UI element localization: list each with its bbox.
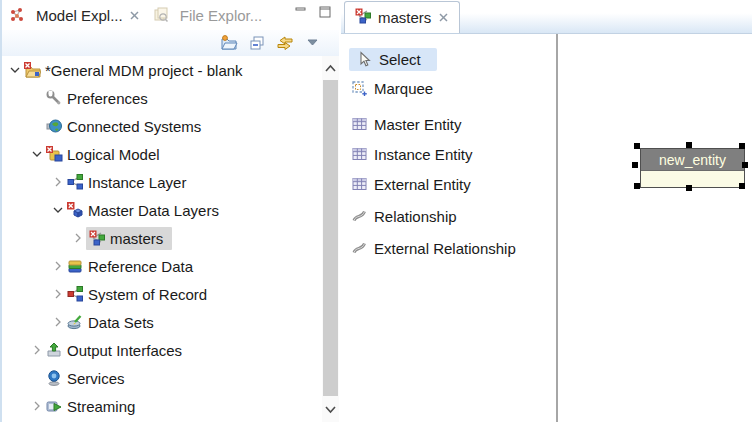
maximize-icon[interactable] bbox=[319, 4, 331, 22]
palette-item-label: Relationship bbox=[374, 208, 457, 225]
chevron-right-icon[interactable] bbox=[49, 174, 66, 190]
selection-handle-bottom-middle[interactable] bbox=[686, 185, 692, 191]
editor-tab-bar: masters bbox=[341, 0, 752, 34]
focus-folder-icon[interactable] bbox=[219, 34, 239, 52]
tab-file-explorer-label: File Explor... bbox=[180, 7, 263, 24]
tree-item-project[interactable]: *General MDM project - blank bbox=[2, 56, 322, 84]
tree-item-streaming[interactable]: Streaming bbox=[2, 392, 322, 420]
select-cursor-icon bbox=[354, 51, 374, 68]
wrench-icon bbox=[45, 90, 63, 106]
scroll-down-icon[interactable] bbox=[322, 401, 339, 418]
output-interfaces-icon bbox=[45, 342, 63, 358]
palette-item-label: Master Entity bbox=[374, 116, 462, 133]
palette-item-instance-entity[interactable]: Instance Entity bbox=[341, 141, 472, 167]
tab-model-explorer[interactable]: Model Expl... bbox=[2, 0, 146, 30]
globe-icon bbox=[45, 118, 63, 134]
palette-item-external-relationship[interactable]: External Relationship bbox=[341, 235, 516, 261]
tree-item-label: Services bbox=[67, 370, 125, 387]
network-icon bbox=[66, 174, 84, 190]
chevron-right-icon[interactable] bbox=[28, 398, 45, 414]
relationship-icon bbox=[349, 240, 369, 257]
tree-item-label: Data Sets bbox=[88, 314, 154, 331]
view-toolbar bbox=[2, 30, 339, 56]
palette-item-select[interactable]: Select bbox=[341, 46, 437, 72]
scroll-up-icon[interactable] bbox=[322, 60, 339, 77]
palette-item-label: Instance Entity bbox=[374, 146, 472, 163]
tree-scrollbar[interactable] bbox=[322, 56, 339, 422]
masters-network-icon bbox=[88, 230, 106, 246]
tree-item-label: Preferences bbox=[67, 90, 148, 107]
palette-item-label: Select bbox=[379, 51, 421, 68]
selection-handle-top-left[interactable] bbox=[634, 143, 640, 149]
editor-content: Select Marquee Master Entity Instan bbox=[341, 34, 752, 422]
tree-item-instance-layer[interactable]: Instance Layer bbox=[2, 168, 322, 196]
selection-handle-middle-right[interactable] bbox=[742, 162, 748, 168]
model-explorer-panel: Model Expl... File Explor... bbox=[0, 0, 339, 422]
selection-handle-top-right[interactable] bbox=[739, 143, 745, 149]
data-sets-icon bbox=[66, 314, 84, 330]
chevron-down-icon[interactable] bbox=[28, 146, 45, 162]
logical-model-icon bbox=[45, 146, 63, 162]
palette-item-label: Marquee bbox=[374, 80, 433, 97]
selected-tree-item-highlight: masters bbox=[86, 227, 172, 250]
editor-tab-label: masters bbox=[378, 9, 431, 26]
chevron-right-icon[interactable] bbox=[69, 230, 86, 246]
chevron-right-icon[interactable] bbox=[49, 314, 66, 330]
chevron-right-icon[interactable] bbox=[28, 342, 45, 358]
view-menu-icon[interactable] bbox=[303, 34, 323, 52]
chevron-right-icon[interactable] bbox=[49, 258, 66, 274]
tree-item-output-interfaces[interactable]: Output Interfaces bbox=[2, 336, 322, 364]
master-layers-icon bbox=[66, 202, 84, 218]
selection-handle-bottom-right[interactable] bbox=[739, 183, 745, 189]
network-icon bbox=[66, 286, 84, 302]
palette-item-external-entity[interactable]: External Entity bbox=[341, 171, 471, 197]
tree-item-label: Logical Model bbox=[67, 146, 160, 163]
selection-handle-bottom-left[interactable] bbox=[634, 183, 640, 189]
view-window-buttons bbox=[295, 4, 331, 22]
entity-node-body[interactable] bbox=[641, 170, 744, 187]
tree-item-label: Reference Data bbox=[88, 258, 193, 275]
tree-item-connected-systems[interactable]: Connected Systems bbox=[2, 112, 322, 140]
tree-item-data-sets[interactable]: Data Sets bbox=[2, 308, 322, 336]
chevron-down-icon[interactable] bbox=[6, 62, 23, 78]
link-with-editor-icon[interactable] bbox=[275, 34, 295, 52]
tree-item-system-of-record[interactable]: System of Record bbox=[2, 280, 322, 308]
tree-item-label: *General MDM project - blank bbox=[45, 62, 243, 79]
collapse-all-icon[interactable] bbox=[247, 34, 267, 52]
tab-masters-editor[interactable]: masters bbox=[344, 1, 460, 33]
streaming-icon bbox=[45, 398, 63, 414]
close-icon[interactable] bbox=[438, 9, 449, 26]
close-icon[interactable] bbox=[129, 7, 140, 24]
model-explorer-icon bbox=[8, 7, 26, 23]
tree-item-label: Streaming bbox=[67, 398, 135, 415]
diagram-canvas[interactable] bbox=[558, 34, 752, 422]
palette-item-relationship[interactable]: Relationship bbox=[341, 203, 457, 229]
palette-item-master-entity[interactable]: Master Entity bbox=[341, 111, 462, 137]
chevron-down-icon[interactable] bbox=[49, 202, 66, 218]
selection-handle-middle-left[interactable] bbox=[632, 162, 638, 168]
tab-model-explorer-label: Model Expl... bbox=[36, 7, 123, 24]
tree-item-label: Output Interfaces bbox=[67, 342, 182, 359]
scrollbar-thumb[interactable] bbox=[323, 80, 338, 396]
entity-node-new-entity[interactable]: new_entity bbox=[640, 148, 745, 188]
tree-item-masters[interactable]: masters bbox=[2, 224, 322, 252]
entity-grid-icon bbox=[349, 176, 369, 193]
tree-item-preferences[interactable]: Preferences bbox=[2, 84, 322, 112]
tree-item-reference-data[interactable]: Reference Data bbox=[2, 252, 322, 280]
selection-handle-top-middle[interactable] bbox=[686, 142, 692, 148]
file-explorer-icon bbox=[152, 7, 170, 23]
palette-item-label: External Entity bbox=[374, 176, 471, 193]
entity-grid-icon bbox=[349, 116, 369, 133]
chevron-right-icon[interactable] bbox=[49, 286, 66, 302]
palette-item-marquee[interactable]: Marquee bbox=[341, 75, 433, 101]
minimize-icon[interactable] bbox=[295, 4, 307, 22]
tree-item-label: Instance Layer bbox=[88, 174, 186, 191]
tree-item-services[interactable]: Services bbox=[2, 364, 322, 392]
mdm-project-icon bbox=[23, 62, 41, 78]
tab-file-explorer[interactable]: File Explor... bbox=[146, 0, 269, 30]
tree-item-master-data-layers[interactable]: Master Data Layers bbox=[2, 196, 322, 224]
entity-node-title[interactable]: new_entity bbox=[641, 149, 744, 170]
marquee-icon bbox=[349, 80, 369, 97]
relationship-icon bbox=[349, 208, 369, 225]
tree-item-logical-model[interactable]: Logical Model bbox=[2, 140, 322, 168]
